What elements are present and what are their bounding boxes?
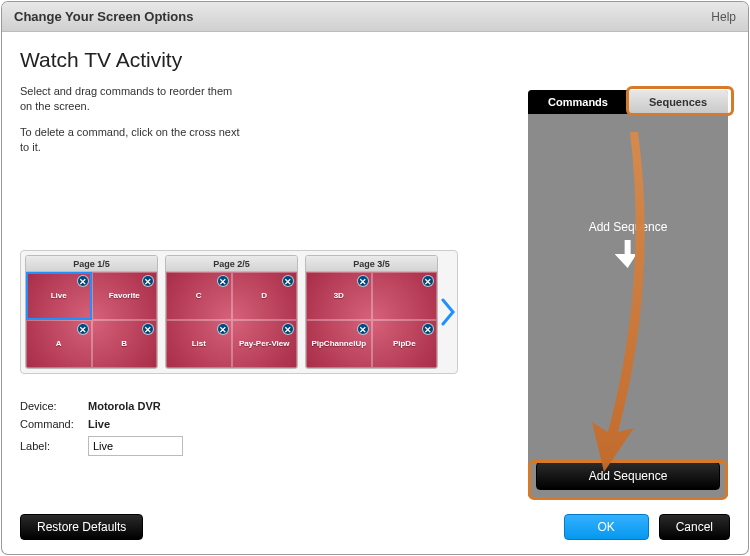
page-label: Page 3/5 [306,256,437,272]
side-panel: Commands Sequences Add Sequence Add Sequ… [528,90,728,498]
cell-label: D [261,292,267,301]
cancel-button[interactable]: Cancel [659,514,730,540]
hint-text: Add Sequence [589,220,668,234]
tab-commands[interactable]: Commands [528,90,628,114]
command-cell[interactable]: C✕ [166,272,232,320]
tab-sequences[interactable]: Sequences [628,90,728,114]
device-value: Motorola DVR [88,400,161,412]
command-cell[interactable]: PipChannelUp✕ [306,320,372,368]
command-cell[interactable]: B✕ [92,320,158,368]
instruction-line: To delete a command, click on the cross … [20,125,240,156]
close-icon[interactable]: ✕ [217,323,229,335]
cell-label: C [196,292,202,301]
titlebar: Change Your Screen Options Help [2,2,748,32]
cell-label: Pay-Per-View [239,340,290,349]
close-icon[interactable]: ✕ [142,275,154,287]
close-icon[interactable]: ✕ [357,275,369,287]
command-cell[interactable]: Favorite✕ [92,272,158,320]
command-cell[interactable]: D✕ [232,272,298,320]
close-icon[interactable]: ✕ [77,275,89,287]
ok-button[interactable]: OK [564,514,649,540]
close-icon[interactable]: ✕ [422,323,434,335]
page-card[interactable]: Page 3/5 3D✕ ✕ PipChannelUp✕ PipDe✕ [305,255,438,369]
cell-label: 3D [334,292,344,301]
page-card[interactable]: Page 1/5 Live✕ Favorite✕ A✕ B✕ [25,255,158,369]
cell-label: Favorite [109,292,140,301]
restore-defaults-button[interactable]: Restore Defaults [20,514,143,540]
page-label: Page 2/5 [166,256,297,272]
command-cell[interactable]: A✕ [26,320,92,368]
close-icon[interactable]: ✕ [357,323,369,335]
add-sequence-button[interactable]: Add Sequence [536,462,720,490]
command-label: Command: [20,418,88,430]
command-cell[interactable]: ✕ [372,272,438,320]
cell-label: A [56,340,62,349]
page-card[interactable]: Page 2/5 C✕ D✕ List✕ Pay-Per-View✕ [165,255,298,369]
help-link[interactable]: Help [711,10,736,24]
page-strip: Page 1/5 Live✕ Favorite✕ A✕ B✕ Page 2/5 … [20,250,458,374]
cell-label: List [192,340,206,349]
instruction-line: Select and drag commands to reorder them… [20,84,240,115]
arrow-down-icon [589,240,668,271]
close-icon[interactable]: ✕ [282,323,294,335]
cell-label: B [121,340,127,349]
command-value: Live [88,418,110,430]
close-icon[interactable]: ✕ [217,275,229,287]
device-label: Device: [20,400,88,412]
command-cell[interactable]: PipDe✕ [372,320,438,368]
label-label: Label: [20,440,88,452]
cell-label: PipDe [393,340,416,349]
page-title: Watch TV Activity [20,48,730,72]
cell-label: Live [51,292,67,301]
close-icon[interactable]: ✕ [142,323,154,335]
command-details: Device:Motorola DVR Command:Live Label: [20,400,183,462]
add-sequence-hint: Add Sequence [589,220,668,271]
command-cell[interactable]: 3D✕ [306,272,372,320]
command-cell[interactable]: Live✕ [26,272,92,320]
close-icon[interactable]: ✕ [77,323,89,335]
page-label: Page 1/5 [26,256,157,272]
cell-label: PipChannelUp [311,340,366,349]
command-cell[interactable]: Pay-Per-View✕ [232,320,298,368]
label-input[interactable] [88,436,183,456]
next-page-arrow[interactable] [439,292,458,332]
close-icon[interactable]: ✕ [422,275,434,287]
command-cell[interactable]: List✕ [166,320,232,368]
window-title: Change Your Screen Options [14,9,711,24]
close-icon[interactable]: ✕ [282,275,294,287]
chevron-right-icon [441,298,457,326]
